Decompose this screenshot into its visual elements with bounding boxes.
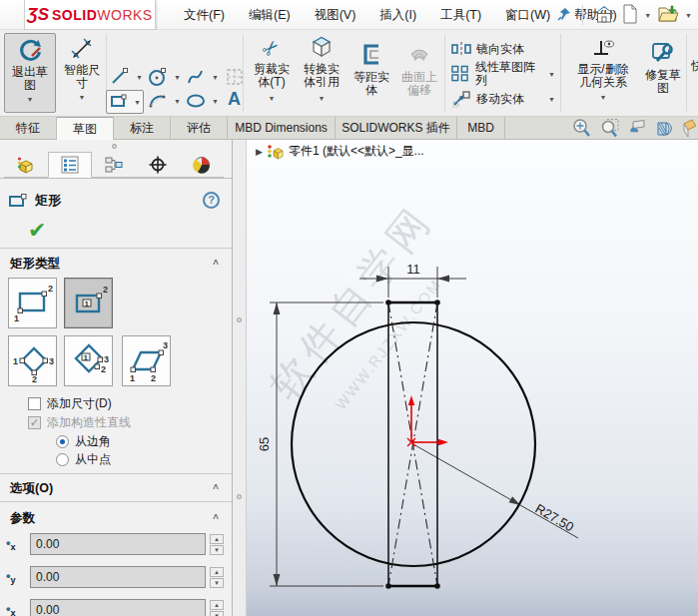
home-icon[interactable] — [593, 4, 615, 27]
tab-sketch[interactable]: 草图 — [57, 117, 114, 140]
offset-entities-button[interactable]: 等距实体 — [349, 42, 394, 97]
graphics-area[interactable]: 软件自学网 WWW.RJZXW.COM 65 11 R27.50 — [247, 140, 698, 616]
dimxpert-manager-tab[interactable] — [136, 152, 180, 178]
separator — [444, 34, 445, 112]
panel-canvas-splitter[interactable] — [234, 140, 247, 616]
help-icon[interactable]: ? — [203, 192, 220, 209]
arc-icon — [148, 91, 168, 111]
pin-menu-icon[interactable] — [556, 6, 572, 25]
new-document-dropdown[interactable]: ▼ — [644, 12, 651, 19]
from-corners-radio[interactable] — [56, 435, 69, 448]
linear-pattern-dropdown[interactable]: ▼ — [548, 71, 555, 78]
linear-pattern-button[interactable]: 线性草图阵列 ▼ — [451, 63, 555, 85]
convert-entities-button[interactable]: 转换实体引用 ▼ — [297, 34, 347, 102]
panel-splitter-handle[interactable] — [112, 144, 117, 149]
collapse-options-icon[interactable]: ∧ — [212, 481, 220, 491]
open-document-icon[interactable] — [657, 4, 679, 27]
y-coordinate-input[interactable] — [30, 566, 206, 588]
configuration-manager-tab[interactable] — [92, 152, 136, 178]
smart-dimension-button[interactable]: 智能尺寸 ▼ — [60, 33, 104, 113]
circle-icon — [148, 67, 168, 87]
x2-coordinate-spinner[interactable]: ▲▼ — [210, 600, 224, 616]
x-coordinate-spinner[interactable]: ▲▼ — [210, 534, 224, 555]
splitter-dot — [237, 317, 242, 322]
collapse-rectangle-type-icon[interactable]: ∧ — [212, 257, 220, 267]
separator — [0, 178, 233, 179]
feature-tree-flyout[interactable]: ▶ 零件1 (默认<<默认>_显... — [256, 143, 424, 160]
repair-sketch-label: 修复草 — [645, 68, 681, 82]
rectangle-dropdown[interactable]: ▼ — [134, 99, 141, 106]
move-entities-button[interactable]: 移动实体 ▼ — [451, 88, 555, 110]
y-coordinate-spinner[interactable]: ▲▼ — [210, 567, 224, 588]
menu-tools[interactable]: 工具(T) — [428, 0, 493, 30]
new-document-icon[interactable] — [621, 4, 638, 27]
tab-features[interactable]: 特征 — [0, 117, 57, 140]
trim-entities-button[interactable]: ✂ 剪裁实体(T) ▼ — [249, 34, 295, 102]
line-tool[interactable]: ▼ — [110, 67, 143, 87]
ellipse-tool[interactable]: ▼ — [186, 91, 219, 111]
sketch-origin[interactable] — [407, 395, 448, 446]
parallelogram-button[interactable]: 123 — [122, 335, 171, 386]
from-midpoints-radio[interactable] — [56, 453, 69, 466]
rectangle-type-header: 矩形类型 — [10, 256, 60, 273]
surface-offset-label: 曲面上 — [401, 70, 437, 84]
surface-offset-button[interactable]: 曲面上偏移 — [396, 42, 442, 97]
circle-dropdown[interactable]: ▼ — [174, 74, 181, 81]
menu-window[interactable]: 窗口(W) — [493, 0, 562, 30]
corner-rectangle-3point-button[interactable]: 123 — [8, 335, 57, 386]
spline-tool[interactable]: ▼ — [186, 67, 219, 87]
move-entities-dropdown[interactable]: ▼ — [548, 96, 555, 103]
tab-markup[interactable]: 标注 — [114, 117, 171, 140]
sketch-picture-tool[interactable] — [226, 68, 244, 86]
mirror-entities-button[interactable]: 镜向实体 — [451, 38, 524, 60]
tab-evaluate[interactable]: 评估 — [171, 117, 228, 140]
tab-mbd[interactable]: MBD — [457, 117, 505, 140]
center-rectangle-button[interactable]: 12 — [64, 278, 113, 328]
repair-sketch-button[interactable]: 修复草图 — [641, 40, 685, 95]
display-manager-tab[interactable] — [180, 152, 224, 178]
section-view-icon[interactable] — [655, 118, 676, 142]
property-manager-tab[interactable] — [48, 152, 92, 178]
center-rectangle-3point-button[interactable]: 132 — [64, 335, 113, 386]
menu-file[interactable]: 文件(F) — [172, 0, 237, 30]
view-settings-icon-partial[interactable] — [683, 118, 696, 142]
svg-text:1: 1 — [14, 313, 19, 323]
previous-view-icon[interactable] — [627, 118, 648, 142]
zoom-area-icon[interactable] — [599, 118, 620, 142]
x2-coordinate-input[interactable] — [30, 599, 206, 616]
zoom-fit-icon[interactable] — [571, 118, 592, 142]
open-document-dropdown[interactable]: ▼ — [685, 12, 692, 19]
arc-tool[interactable]: ▼ — [148, 91, 181, 111]
menu-edit[interactable]: 编辑(E) — [237, 0, 303, 30]
rectangle-tool-selected[interactable]: ▼ — [106, 90, 144, 114]
circle-tool[interactable]: ▼ — [148, 67, 181, 87]
exit-sketch-button[interactable]: 退出草图 ▼ — [4, 33, 56, 113]
display-delete-relations-button[interactable]: 显示/删除几何关系 ▼ — [565, 36, 641, 101]
add-construction-lines-checkbox[interactable]: ✓ — [28, 416, 41, 429]
quick-snaps-button-partial[interactable]: 快 — [690, 60, 698, 73]
part-icon — [16, 156, 36, 174]
dim-width-text: 11 — [406, 262, 420, 277]
expand-tree-icon[interactable]: ▶ — [256, 147, 263, 157]
add-dimensions-checkbox[interactable] — [28, 397, 41, 410]
text-tool[interactable]: A — [228, 89, 241, 110]
menu-view[interactable]: 视图(V) — [303, 0, 368, 30]
line-dropdown[interactable]: ▼ — [136, 74, 143, 81]
ok-button[interactable]: ✔ — [28, 218, 46, 244]
tab-mbd-dimensions[interactable]: MBD Dimensions — [228, 117, 336, 140]
convert-dropdown[interactable]: ▼ — [319, 95, 326, 102]
tab-solidworks-addins[interactable]: SOLIDWORKS 插件 — [336, 117, 457, 140]
feature-manager-tab[interactable] — [4, 152, 48, 178]
smart-dimension-dropdown[interactable]: ▼ — [79, 94, 86, 101]
ellipse-dropdown[interactable]: ▼ — [212, 98, 219, 105]
exit-sketch-dropdown[interactable]: ▼ — [27, 96, 34, 103]
corner-rectangle-button[interactable]: 12 — [8, 278, 57, 328]
relations-dropdown[interactable]: ▼ — [600, 94, 607, 101]
surface-offset-icon — [406, 42, 432, 71]
trim-dropdown[interactable]: ▼ — [269, 95, 276, 102]
x-coordinate-input[interactable] — [30, 533, 206, 555]
spline-dropdown[interactable]: ▼ — [212, 74, 219, 81]
menu-insert[interactable]: 插入(I) — [367, 0, 428, 30]
collapse-parameters-icon[interactable]: ∧ — [212, 511, 220, 521]
arc-dropdown[interactable]: ▼ — [174, 98, 181, 105]
